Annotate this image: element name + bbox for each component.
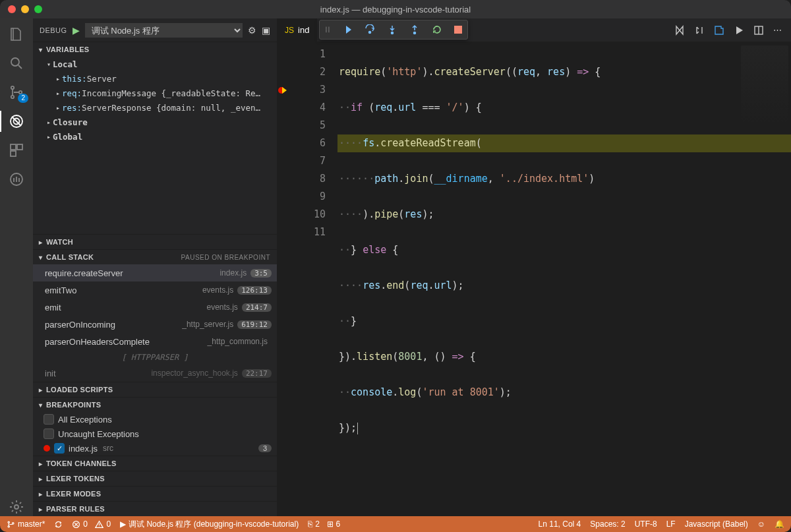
stack-frame[interactable]: initinspector_async_hook.js22:17 — [33, 365, 277, 382]
scope-closure[interactable]: ▸Closure — [33, 115, 277, 129]
run-icon[interactable] — [734, 25, 744, 36]
extensions-icon[interactable] — [7, 141, 26, 160]
lexertokens-header[interactable]: ▸LEXER TOKENS — [33, 471, 277, 486]
var-this[interactable]: ▸this: Server — [33, 71, 277, 86]
split-editor-icon[interactable] — [753, 25, 764, 36]
feedback-icon[interactable]: ☺ — [757, 519, 765, 529]
breakpoints-header[interactable]: ▾BREAKPOINTS — [33, 398, 277, 412]
bp-all-exceptions[interactable]: All Exceptions — [33, 412, 277, 427]
debug-settings-icon[interactable]: ⚙ — [248, 25, 256, 36]
problems-status[interactable]: 0 0 — [72, 519, 111, 529]
stack-frame[interactable]: require.createServerindex.js3:5 — [33, 264, 277, 281]
step-into-button[interactable] — [387, 24, 397, 35]
svg-rect-7 — [17, 144, 22, 150]
svg-point-1 — [11, 86, 14, 89]
minimap[interactable] — [741, 45, 788, 125]
svg-point-17 — [13, 522, 14, 523]
tab-indexjs[interactable]: JSind — [277, 18, 317, 42]
variables-section: ▾VARIABLES ▾Local ▸this: Server ▸req: In… — [33, 42, 277, 144]
var-req[interactable]: ▸req: IncomingMessage {_readableState: R… — [33, 86, 277, 100]
scope-global[interactable]: ▸Global — [33, 129, 277, 144]
compare-icon[interactable] — [674, 25, 685, 36]
tokenchannels-header[interactable]: ▸TOKEN CHANNELS — [33, 456, 277, 471]
debug-launch-status[interactable]: ▶ 调试 Node.js 程序 (debugging-in-vscode-tut… — [120, 519, 299, 530]
cursor-position[interactable]: Ln 11, Col 4 — [539, 519, 581, 529]
activity-bar: 2 — [0, 18, 33, 516]
step-out-button[interactable] — [409, 24, 420, 35]
loadedscripts-header[interactable]: ▸LOADED SCRIPTS — [33, 382, 277, 397]
settings-icon[interactable] — [7, 498, 26, 516]
tab-bar: JSind ⁞⁞ ⋯ — [277, 18, 791, 42]
callstack-header[interactable]: ▾CALL STACKPAUSED ON BREAKPOINT — [33, 250, 277, 264]
eol-status[interactable]: LF — [666, 519, 676, 529]
debug-icon[interactable] — [7, 112, 26, 131]
code-area[interactable]: 1234567891011 require('http').createServ… — [277, 42, 791, 516]
watch-header[interactable]: ▸WATCH — [33, 235, 277, 249]
status-bar: master* 0 0 ▶ 调试 Node.js 程序 (debugging-i… — [0, 516, 791, 532]
debug-sidebar: DEBUG ▶ 调试 Node.js 程序 ⚙ ▣ ▾VARIABLES ▾Lo… — [33, 18, 277, 516]
encoding-status[interactable]: UTF-8 — [635, 519, 657, 529]
drag-grip-icon[interactable]: ⁞⁞ — [325, 25, 330, 34]
svg-point-15 — [8, 521, 9, 523]
svg-point-0 — [11, 58, 19, 66]
language-status[interactable]: Javascript (Babel) — [685, 519, 748, 529]
stack-frame[interactable]: parserOnHeadersComplete_http_common.js — [33, 333, 277, 350]
title-bar: index.js — debugging-in-vscode-tutorial — [0, 0, 791, 18]
var-res[interactable]: ▸res: ServerResponse {domain: null, _eve… — [33, 100, 277, 115]
explorer-icon[interactable] — [7, 25, 26, 44]
debug-header: DEBUG ▶ 调试 Node.js 程序 ⚙ ▣ — [33, 18, 277, 42]
step-over-button[interactable] — [365, 24, 375, 35]
search-icon[interactable] — [7, 54, 26, 73]
indent-status[interactable]: Spaces: 2 — [590, 519, 625, 529]
text-cursor — [357, 423, 358, 434]
restart-button[interactable] — [432, 24, 442, 35]
svg-point-11 — [369, 32, 371, 34]
debug-toolbar[interactable]: ⁞⁞ — [319, 20, 468, 40]
js-file-icon: JS — [285, 26, 294, 35]
bell-icon[interactable]: 🔔 — [775, 519, 784, 529]
more-icon[interactable]: ⋯ — [773, 25, 782, 35]
svg-rect-8 — [11, 151, 16, 156]
antlr-icon[interactable] — [7, 170, 26, 189]
stop-button[interactable] — [454, 26, 462, 34]
line-gutter: 1234567891011 — [290, 45, 337, 516]
start-debug-button[interactable]: ▶ — [73, 25, 80, 36]
git-branch[interactable]: master* — [7, 519, 45, 529]
stack-frame[interactable]: parserOnIncoming_http_server.js619:12 — [33, 316, 277, 333]
checkbox-icon[interactable]: ✓ — [54, 443, 65, 454]
parserrules-header[interactable]: ▸PARSER RULES — [33, 502, 277, 516]
stack-frame[interactable]: emitTwoevents.js126:13 — [33, 281, 277, 299]
window-title: index.js — debugging-in-vscode-tutorial — [0, 5, 791, 15]
checkbox-icon[interactable] — [44, 429, 54, 439]
bp-file[interactable]: ✓index.jssrc3 — [33, 441, 277, 456]
breakpoint-dot-icon — [44, 445, 50, 452]
editor: JSind ⁞⁞ ⋯ — [277, 18, 791, 516]
scope-local[interactable]: ▾Local — [33, 57, 277, 71]
svg-point-12 — [392, 32, 394, 34]
svg-rect-6 — [11, 144, 16, 150]
source-control-icon[interactable]: 2 — [7, 83, 26, 102]
checkbox-icon[interactable] — [44, 414, 54, 425]
sync-status[interactable] — [54, 520, 63, 529]
bp-uncaught[interactable]: Uncaught Exceptions — [33, 427, 277, 441]
open-changes-icon[interactable] — [714, 25, 724, 36]
stack-frame[interactable]: emitevents.js214:7 — [33, 299, 277, 316]
variables-header[interactable]: ▾VARIABLES — [33, 42, 277, 57]
code-lines[interactable]: require('http').createServer((req, res) … — [337, 45, 791, 516]
svg-point-16 — [8, 525, 9, 527]
diff-icon[interactable] — [694, 25, 705, 36]
stack-separator: [ HTTPPARSER ] — [33, 350, 277, 365]
svg-point-2 — [11, 96, 14, 98]
debug-console-icon[interactable]: ▣ — [262, 25, 270, 36]
continue-button[interactable] — [342, 24, 353, 35]
scm-badge: 2 — [18, 94, 28, 103]
debug-label: DEBUG — [40, 26, 67, 34]
lexermodes-header[interactable]: ▸LEXER MODES — [33, 487, 277, 501]
slides-status[interactable]: ⎘2 ⊞6 — [308, 519, 340, 529]
debug-config-select[interactable]: 调试 Node.js 程序 — [85, 23, 243, 38]
svg-point-13 — [414, 32, 416, 34]
svg-point-10 — [15, 505, 18, 509]
